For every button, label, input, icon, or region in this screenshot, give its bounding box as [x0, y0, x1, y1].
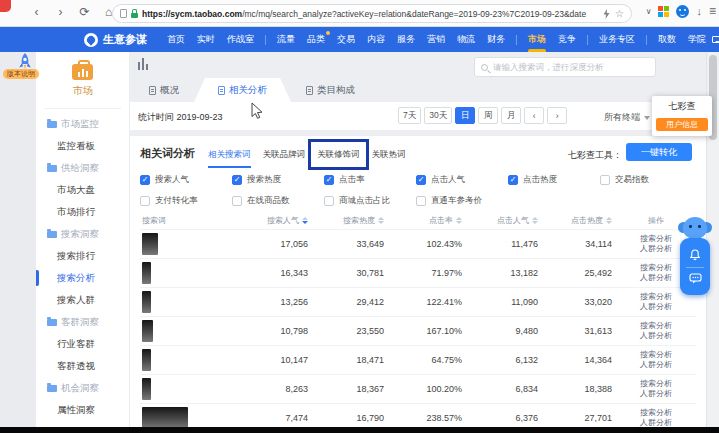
metric-checkbox[interactable]: ✓直通车参考价 — [416, 195, 508, 207]
metric-checkbox[interactable]: ✓交易指数 — [600, 174, 692, 186]
column-header[interactable]: 点击热度 — [542, 211, 616, 229]
action-link[interactable]: 人群分析 — [640, 360, 672, 371]
extension-face-icon[interactable] — [676, 5, 689, 18]
metric-checkbox[interactable]: ✓点击热度 — [508, 174, 600, 186]
url-text[interactable]: https://sycm.taobao.com/mc/mq/search_ana… — [142, 9, 599, 19]
range-button[interactable]: 月 — [501, 107, 521, 124]
action-link[interactable]: 人群分析 — [640, 389, 672, 400]
user-info-button[interactable]: 用户信息 — [656, 118, 708, 131]
panel-tab[interactable]: 相关搜索词 — [202, 148, 257, 160]
sidebar-item[interactable]: 搜索分析 — [36, 267, 129, 289]
range-button[interactable]: 7天 — [398, 107, 421, 124]
keyword-search-box[interactable] — [474, 57, 656, 77]
sort-carets[interactable] — [378, 217, 384, 224]
browser-tab-fragment[interactable] — [0, 0, 11, 12]
qicai-menu-item[interactable]: 七彩查 — [656, 100, 708, 118]
range-button[interactable]: 30天 — [424, 107, 452, 124]
download-icon[interactable]: ↓ — [696, 5, 702, 18]
extensions-chevron-icon[interactable]: ∨ — [646, 7, 652, 16]
extension-grid-icon[interactable] — [658, 6, 669, 17]
range-button[interactable]: 日 — [455, 107, 475, 124]
range-button[interactable]: 周 — [478, 107, 498, 124]
nav-item[interactable]: 首页 — [161, 27, 191, 52]
sort-carets[interactable] — [606, 217, 612, 224]
column-header[interactable]: 点击率 — [388, 211, 466, 229]
nav-item[interactable]: 学院 — [682, 27, 712, 52]
nav-item[interactable]: 业务专区 — [593, 27, 641, 52]
one-click-convert-button[interactable]: 一键转化 — [626, 143, 692, 161]
nav-item[interactable]: 内容 — [361, 27, 391, 52]
action-link[interactable]: 搜索分析 — [640, 292, 672, 303]
nav-item[interactable]: 品类 — [301, 27, 331, 52]
nav-item[interactable]: 营销 — [421, 27, 451, 52]
sidebar-item[interactable]: 搜索排行 — [36, 245, 129, 267]
sidebar-item[interactable]: 市场大盘 — [36, 179, 129, 201]
browser-menu-icon[interactable]: ≡ — [709, 4, 716, 18]
action-link[interactable]: 人群分析 — [640, 273, 672, 284]
brand[interactable]: 生意参谋 — [84, 32, 147, 47]
action-link[interactable]: 搜索分析 — [640, 379, 672, 390]
metric-checkbox[interactable]: ✓商城点击占比 — [324, 195, 416, 207]
nav-item[interactable]: 竞争 — [552, 27, 582, 52]
metric-checkbox[interactable]: ✓搜索人气 — [140, 174, 232, 186]
sort-carets[interactable] — [456, 217, 462, 224]
url-bar[interactable]: https://sycm.taobao.com/mc/mq/search_ana… — [112, 4, 632, 23]
content-tab[interactable]: 概况 — [134, 78, 194, 102]
sidebar-item[interactable]: 搜索洞察 — [36, 223, 129, 245]
nav-item[interactable]: 流量 — [271, 27, 301, 52]
nav-item[interactable]: 取数 — [652, 27, 682, 52]
panel-tab[interactable]: 关联热词 — [366, 148, 412, 160]
column-header[interactable]: 点击人气 — [466, 211, 542, 229]
action-link[interactable]: 搜索分析 — [640, 408, 672, 419]
nav-item[interactable]: 交易 — [331, 27, 361, 52]
collapse-bars-icon[interactable] — [138, 58, 148, 70]
action-link[interactable]: 人群分析 — [640, 244, 672, 255]
action-link[interactable]: 搜索分析 — [640, 321, 672, 332]
forward-icon[interactable]: › — [54, 4, 67, 21]
sidebar-item[interactable]: 客群透视 — [36, 355, 129, 377]
page-info-icon[interactable] — [120, 9, 127, 18]
sidebar-item[interactable]: 行业客群 — [36, 333, 129, 355]
search-input[interactable] — [493, 62, 649, 72]
sidebar-item[interactable]: 市场排行 — [36, 201, 129, 223]
column-header[interactable]: 搜索人气 — [240, 211, 312, 229]
column-header[interactable]: 搜索热度 — [312, 211, 388, 229]
nav-item[interactable]: 财务 — [481, 27, 511, 52]
content-tab[interactable]: 相关分析 — [194, 78, 291, 102]
action-link[interactable]: 搜索分析 — [640, 234, 672, 245]
metric-checkbox[interactable]: ✓点击率 — [324, 174, 416, 186]
nav-item[interactable]: 物流 — [451, 27, 481, 52]
sidebar-item[interactable]: 客群洞察 — [36, 311, 129, 333]
action-link[interactable]: 人群分析 — [640, 302, 672, 313]
nav-item[interactable]: 服务 — [391, 27, 421, 52]
nav-item[interactable]: 实时 — [191, 27, 221, 52]
reload-icon[interactable]: ⟳ — [78, 4, 91, 21]
metric-checkbox[interactable]: ✓点击人气 — [416, 174, 508, 186]
action-link[interactable]: 搜索分析 — [640, 350, 672, 361]
range-button[interactable]: › — [547, 107, 567, 124]
metric-checkbox[interactable]: ✓在线商品数 — [232, 195, 324, 207]
sidebar-item[interactable]: 监控看板 — [36, 135, 129, 157]
chat-icon[interactable] — [689, 273, 702, 284]
sidebar-item[interactable]: 属性洞察 — [36, 399, 129, 421]
nav-item[interactable]: 作战室 — [221, 27, 260, 52]
https-lock-icon[interactable] — [131, 13, 138, 18]
sort-carets[interactable] — [302, 217, 308, 224]
sidebar-item[interactable]: 搜索人群 — [36, 289, 129, 311]
panel-tab[interactable]: 关联品牌词 — [257, 148, 312, 160]
terminal-dropdown[interactable]: 所有终端 — [604, 111, 650, 124]
version-note-badge[interactable]: 版本说明 — [3, 69, 39, 79]
nav-item[interactable]: 市场 — [522, 27, 552, 52]
panel-tab[interactable]: 关联修饰词 — [311, 148, 366, 160]
range-button[interactable]: ‹ — [524, 107, 544, 124]
sidebar-item[interactable]: 供给洞察 — [36, 157, 129, 179]
sidebar-item[interactable]: 机会洞察 — [36, 377, 129, 399]
messages-button[interactable]: 消息 — [712, 33, 719, 46]
metric-checkbox[interactable]: ✓搜索热度 — [232, 174, 324, 186]
stats-time-label[interactable]: 统计时间 2019-09-23 — [138, 111, 223, 124]
flash-icon[interactable] — [603, 9, 610, 19]
bell-icon[interactable] — [689, 249, 701, 261]
back-icon[interactable]: ‹ — [30, 4, 43, 21]
action-link[interactable]: 搜索分析 — [640, 263, 672, 274]
bookmark-star-icon[interactable]: ☆ — [615, 8, 624, 19]
